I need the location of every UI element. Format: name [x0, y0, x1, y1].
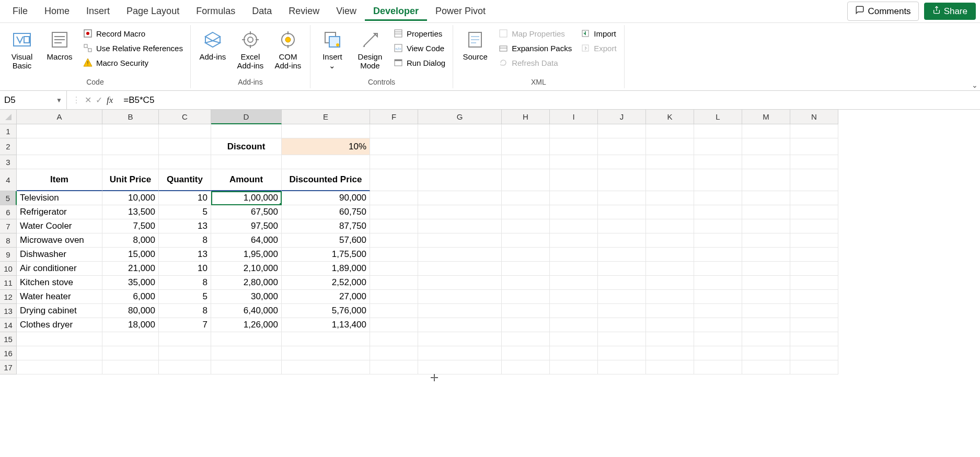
- cell-I3[interactable]: [550, 155, 598, 169]
- cell-B5[interactable]: 10,000: [102, 191, 159, 205]
- cell-K8[interactable]: [646, 233, 694, 248]
- cell-B10[interactable]: 21,000: [102, 262, 159, 276]
- cell-F14[interactable]: [370, 318, 418, 332]
- cancel-formula-icon[interactable]: ✕: [85, 95, 91, 105]
- cell-B11[interactable]: 35,000: [102, 276, 159, 290]
- cell-A15[interactable]: [17, 332, 102, 346]
- cell-F12[interactable]: [370, 290, 418, 304]
- cell-M10[interactable]: [742, 262, 790, 276]
- cell-J1[interactable]: [598, 124, 646, 138]
- cell-K17[interactable]: [646, 360, 694, 374]
- cell-H5[interactable]: [502, 191, 550, 205]
- row-header-7[interactable]: 7: [0, 219, 17, 233]
- cell-J9[interactable]: [598, 248, 646, 262]
- cell-H2[interactable]: [502, 138, 550, 155]
- cell-C16[interactable]: [159, 346, 211, 360]
- column-header-K[interactable]: K: [646, 110, 694, 124]
- cell-G8[interactable]: [418, 233, 502, 248]
- cell-L8[interactable]: [694, 233, 742, 248]
- cell-E2[interactable]: 10%: [282, 138, 370, 155]
- cell-H12[interactable]: [502, 290, 550, 304]
- cell-B13[interactable]: 80,000: [102, 304, 159, 318]
- com-addins-button[interactable]: COM Add-ins: [271, 27, 305, 72]
- cell-N3[interactable]: [790, 155, 838, 169]
- cell-K3[interactable]: [646, 155, 694, 169]
- cell-I15[interactable]: [550, 332, 598, 346]
- macros-button[interactable]: Macros: [43, 27, 76, 62]
- cell-B17[interactable]: [102, 360, 159, 374]
- row-header-2[interactable]: 2: [0, 138, 17, 155]
- column-header-D[interactable]: D: [211, 110, 282, 124]
- cell-B15[interactable]: [102, 332, 159, 346]
- cell-F5[interactable]: [370, 191, 418, 205]
- cell-D15[interactable]: [211, 332, 282, 346]
- column-header-J[interactable]: J: [598, 110, 646, 124]
- cell-C15[interactable]: [159, 332, 211, 346]
- macro-security-button[interactable]: ! Macro Security: [80, 56, 185, 69]
- cell-J2[interactable]: [598, 138, 646, 155]
- cell-G4[interactable]: [418, 169, 502, 191]
- menu-item-page-layout[interactable]: Page Layout: [118, 2, 188, 21]
- menu-item-file[interactable]: File: [4, 2, 36, 21]
- cell-M16[interactable]: [742, 346, 790, 360]
- formula-input[interactable]: [118, 95, 980, 106]
- cell-L11[interactable]: [694, 276, 742, 290]
- cell-F13[interactable]: [370, 304, 418, 318]
- cell-N12[interactable]: [790, 290, 838, 304]
- menu-item-power-pivot[interactable]: Power Pivot: [427, 2, 494, 21]
- cell-D17[interactable]: [211, 360, 282, 374]
- cell-C5[interactable]: 10: [159, 191, 211, 205]
- cell-I6[interactable]: [550, 205, 598, 219]
- cell-E15[interactable]: [282, 332, 370, 346]
- row-header-4[interactable]: 4: [0, 169, 17, 191]
- cell-N2[interactable]: [790, 138, 838, 155]
- cell-E3[interactable]: [282, 155, 370, 169]
- name-box-input[interactable]: [4, 95, 46, 106]
- cell-I11[interactable]: [550, 276, 598, 290]
- cell-M17[interactable]: [742, 360, 790, 374]
- cell-K4[interactable]: [646, 169, 694, 191]
- cell-M15[interactable]: [742, 332, 790, 346]
- cell-I5[interactable]: [550, 191, 598, 205]
- cell-G13[interactable]: [418, 304, 502, 318]
- row-header-17[interactable]: 17: [0, 360, 17, 374]
- cell-B4[interactable]: Unit Price: [102, 169, 159, 191]
- cell-G17[interactable]: [418, 360, 502, 374]
- cell-A8[interactable]: Microwave oven: [17, 233, 102, 248]
- cell-L1[interactable]: [694, 124, 742, 138]
- cell-I14[interactable]: [550, 318, 598, 332]
- cell-H6[interactable]: [502, 205, 550, 219]
- cell-H7[interactable]: [502, 219, 550, 233]
- row-header-16[interactable]: 16: [0, 346, 17, 360]
- menu-item-view[interactable]: View: [328, 2, 365, 21]
- cell-J8[interactable]: [598, 233, 646, 248]
- cell-K12[interactable]: [646, 290, 694, 304]
- cell-F7[interactable]: [370, 219, 418, 233]
- name-box-dropdown-icon[interactable]: ▼: [56, 97, 62, 104]
- cell-N16[interactable]: [790, 346, 838, 360]
- cell-N4[interactable]: [790, 169, 838, 191]
- cell-A1[interactable]: [17, 124, 102, 138]
- cell-B9[interactable]: 15,000: [102, 248, 159, 262]
- cell-D8[interactable]: 64,000: [211, 233, 282, 248]
- cell-G6[interactable]: [418, 205, 502, 219]
- column-header-F[interactable]: F: [370, 110, 418, 124]
- cell-E16[interactable]: [282, 346, 370, 360]
- row-header-10[interactable]: 10: [0, 262, 17, 276]
- cell-D7[interactable]: 97,500: [211, 219, 282, 233]
- row-header-15[interactable]: 15: [0, 332, 17, 346]
- cell-C14[interactable]: 7: [159, 318, 211, 332]
- cell-D11[interactable]: 2,80,000: [211, 276, 282, 290]
- cell-F6[interactable]: [370, 205, 418, 219]
- collapse-ribbon-icon[interactable]: ⌄: [972, 81, 978, 89]
- cell-A13[interactable]: Drying cabinet: [17, 304, 102, 318]
- column-header-N[interactable]: N: [790, 110, 838, 124]
- cell-K11[interactable]: [646, 276, 694, 290]
- cell-D14[interactable]: 1,26,000: [211, 318, 282, 332]
- cell-K7[interactable]: [646, 219, 694, 233]
- cell-C13[interactable]: 8: [159, 304, 211, 318]
- cell-M3[interactable]: [742, 155, 790, 169]
- cell-H16[interactable]: [502, 346, 550, 360]
- excel-addins-button[interactable]: Excel Add-ins: [234, 27, 267, 72]
- cell-N11[interactable]: [790, 276, 838, 290]
